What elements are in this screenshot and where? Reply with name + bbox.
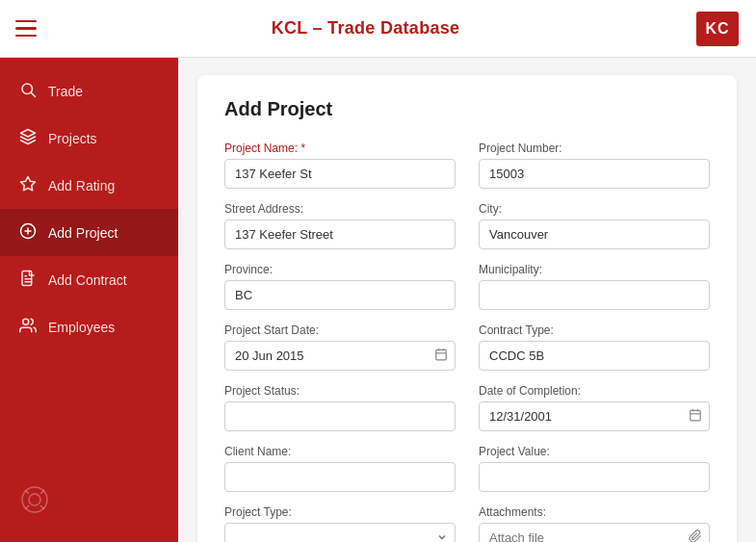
field-city: City: bbox=[479, 202, 710, 249]
brand-logo: KC bbox=[694, 10, 741, 48]
field-client-name: Client Name: bbox=[224, 445, 456, 492]
star-icon bbox=[19, 175, 37, 195]
field-contract-type: Contract Type: bbox=[479, 323, 710, 371]
sidebar-label-add-rating: Add Rating bbox=[48, 178, 115, 194]
search-icon bbox=[19, 81, 37, 101]
hamburger-button[interactable] bbox=[15, 20, 37, 38]
sidebar-label-add-project: Add Project bbox=[48, 225, 117, 241]
sidebar-item-add-contract[interactable]: Add Contract bbox=[0, 256, 178, 303]
sidebar: Trade Projects Add Rating bbox=[0, 58, 178, 542]
card-title: Add Project bbox=[224, 98, 710, 120]
label-start-date: Project Start Date: bbox=[224, 323, 456, 337]
sidebar-item-projects[interactable]: Projects bbox=[0, 115, 178, 162]
input-street-address[interactable] bbox=[224, 219, 456, 249]
document-icon bbox=[19, 270, 37, 290]
input-project-status[interactable] bbox=[224, 401, 456, 431]
sidebar-item-employees[interactable]: Employees bbox=[0, 303, 178, 350]
field-attachments: Attachments: bbox=[479, 505, 710, 542]
label-contract-type: Contract Type: bbox=[479, 323, 710, 337]
svg-marker-3 bbox=[21, 177, 36, 191]
people-icon bbox=[19, 317, 37, 337]
label-municipality: Municipality: bbox=[479, 263, 710, 276]
select-project-type[interactable] bbox=[224, 523, 456, 542]
field-project-value: Project Value: bbox=[479, 445, 710, 492]
field-street-address: Street Address: bbox=[224, 202, 456, 249]
sidebar-bottom-icon bbox=[0, 471, 178, 532]
layers-icon bbox=[19, 128, 37, 148]
input-project-number[interactable] bbox=[479, 159, 710, 189]
input-project-name[interactable] bbox=[224, 159, 456, 189]
field-project-status: Project Status: bbox=[224, 384, 456, 431]
label-province: Province: bbox=[224, 263, 456, 276]
input-municipality[interactable] bbox=[479, 280, 710, 310]
input-start-date[interactable] bbox=[224, 341, 456, 371]
label-project-number: Project Number: bbox=[479, 142, 710, 155]
input-contract-type[interactable] bbox=[479, 341, 710, 371]
label-street-address: Street Address: bbox=[224, 202, 456, 216]
input-city[interactable] bbox=[479, 219, 710, 249]
label-client-name: Client Name: bbox=[224, 445, 456, 458]
main-area: Trade Projects Add Rating bbox=[0, 58, 756, 542]
completion-date-wrapper bbox=[479, 401, 710, 431]
label-city: City: bbox=[479, 202, 710, 216]
input-province[interactable] bbox=[224, 280, 456, 310]
add-project-card: Add Project Project Name: * Project Numb… bbox=[197, 75, 737, 542]
input-project-value[interactable] bbox=[479, 462, 710, 492]
input-completion-date[interactable] bbox=[479, 401, 710, 431]
field-completion-date: Date of Completion: bbox=[479, 384, 710, 431]
content-area: Add Project Project Name: * Project Numb… bbox=[178, 58, 756, 542]
input-client-name[interactable] bbox=[224, 462, 456, 492]
start-date-wrapper bbox=[224, 341, 456, 371]
topbar-left bbox=[15, 20, 37, 38]
svg-point-12 bbox=[29, 494, 40, 505]
sidebar-label-trade: Trade bbox=[48, 84, 83, 99]
topbar: KCL – Trade Database KC bbox=[0, 0, 756, 58]
project-type-wrapper bbox=[224, 523, 456, 542]
sidebar-item-add-rating[interactable]: Add Rating bbox=[0, 162, 178, 209]
field-project-type: Project Type: bbox=[224, 505, 456, 542]
topbar-title: KCL – Trade Database bbox=[272, 18, 460, 39]
svg-marker-2 bbox=[21, 130, 36, 138]
field-start-date: Project Start Date: bbox=[224, 323, 456, 371]
svg-line-1 bbox=[31, 92, 35, 96]
svg-point-10 bbox=[23, 319, 29, 324]
label-project-name: Project Name: * bbox=[224, 142, 456, 155]
input-attachments[interactable] bbox=[479, 523, 710, 542]
plus-circle-icon bbox=[19, 222, 37, 243]
sidebar-item-trade[interactable]: Trade bbox=[0, 67, 178, 115]
sidebar-label-employees: Employees bbox=[48, 320, 115, 335]
form-grid: Project Name: * Project Number: Street A… bbox=[224, 142, 710, 542]
field-province: Province: bbox=[224, 263, 456, 310]
field-project-number: Project Number: bbox=[479, 142, 710, 189]
label-project-value: Project Value: bbox=[479, 445, 710, 458]
label-completion-date: Date of Completion: bbox=[479, 384, 710, 398]
label-project-status: Project Status: bbox=[224, 384, 456, 398]
label-project-type: Project Type: bbox=[224, 505, 456, 519]
brand-box: KC bbox=[696, 12, 739, 46]
field-municipality: Municipality: bbox=[479, 263, 710, 310]
attachments-wrapper bbox=[479, 523, 710, 542]
sidebar-item-add-project[interactable]: Add Project bbox=[0, 209, 178, 256]
sidebar-label-add-contract: Add Contract bbox=[48, 272, 127, 288]
field-project-name: Project Name: * bbox=[224, 142, 456, 189]
sidebar-label-projects: Projects bbox=[48, 131, 97, 146]
label-attachments: Attachments: bbox=[479, 505, 710, 519]
